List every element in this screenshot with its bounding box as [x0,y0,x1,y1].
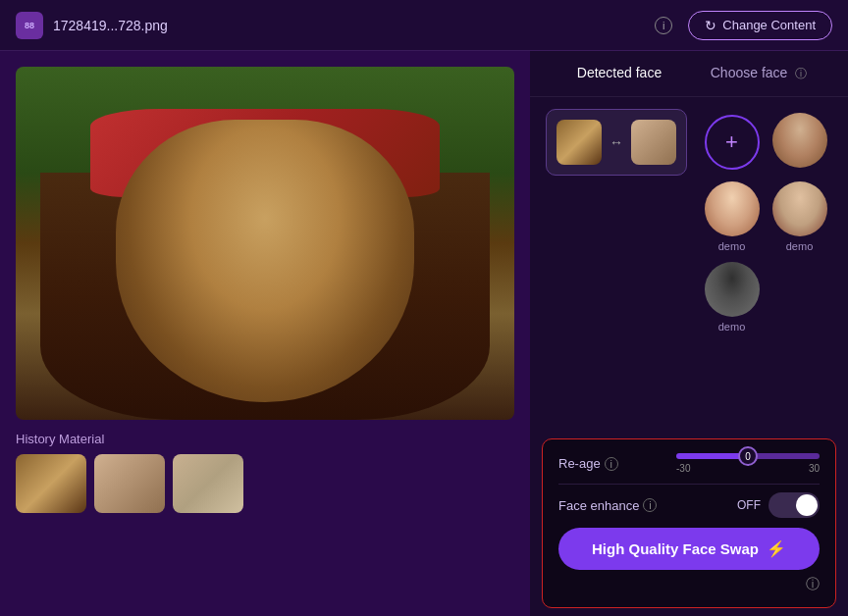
main-image [16,67,514,420]
right-panel: Detected face Choose face ⓘ ↔ [530,51,848,616]
choose-face-info-icon[interactable]: ⓘ [795,67,807,80]
bottom-info: ⓘ [558,576,820,593]
face-avatar-0 [772,113,827,168]
choose-face-item-1[interactable]: demo [703,181,761,252]
face-avatar-1 [705,181,760,236]
reage-slider[interactable]: 0 -30 30 [676,453,820,474]
slider-track: 0 [676,453,820,459]
face-avatar-2 [772,181,827,236]
reage-label: Re-age i [558,456,676,471]
face-enhance-row: Face enhance i OFF [558,492,820,518]
tab-choose-face: Choose face ⓘ [689,65,828,82]
face-decoration [116,120,415,402]
detected-face-thumb-1[interactable] [556,120,602,165]
choose-faces-grid: + demo demo [699,109,832,336]
face-enhance-label: Face enhance i [558,498,737,513]
detected-faces-box: ↔ [546,109,687,176]
reage-row: Re-age i 0 -30 30 [558,453,820,474]
high-quality-face-swap-button[interactable]: High Quality Face Swap ⚡ [558,528,820,570]
left-panel: History Material [0,51,530,616]
toggle-knob [796,494,818,516]
history-thumb-1[interactable] [16,454,86,513]
refresh-icon: ↻ [705,18,716,33]
detected-face-thumb-2[interactable] [631,120,676,165]
choose-face-item-0[interactable] [770,113,828,172]
faces-area: ↔ + [530,97,848,431]
face-enhance-info-icon[interactable]: i [643,498,657,512]
history-section: History Material [16,432,514,513]
choose-faces-section: + demo demo [699,109,832,419]
choose-face-item-3[interactable]: demo [703,262,761,333]
reage-info-icon[interactable]: i [605,457,618,471]
coin-icon: ⓘ [806,576,820,593]
main-layout: History Material Detected face Choose fa… [0,51,848,616]
swap-icon: ⚡ [767,539,786,558]
detected-faces-section: ↔ [546,109,687,419]
history-thumb-2[interactable] [94,454,165,513]
settings-divider [558,484,820,485]
choose-face-item-2[interactable]: demo [770,181,828,252]
face-avatar-3 [705,262,760,317]
app-header: 88 1728419...728.png i ↻ Change Content [0,0,848,51]
arrow-icon: ↔ [610,134,623,150]
face-enhance-toggle[interactable]: OFF [737,492,820,518]
change-content-button[interactable]: ↻ Change Content [688,11,832,40]
history-thumb-3[interactable] [173,454,243,513]
history-thumbnails [16,454,514,513]
tab-detected-face[interactable]: Detected face [550,65,689,82]
file-icon: 88 [16,12,43,39]
filename-label: 1728419...728.png [53,18,655,33]
add-face-button[interactable]: + [705,115,760,170]
history-label: History Material [16,432,514,446]
add-face-item[interactable]: + [703,113,761,172]
settings-panel: Re-age i 0 -30 30 [542,438,836,608]
slider-thumb[interactable]: 0 [738,446,758,466]
toggle-track[interactable] [768,492,820,518]
panel-tabs: Detected face Choose face ⓘ [530,51,848,97]
toggle-state-label: OFF [737,498,761,512]
info-icon[interactable]: i [655,17,672,34]
